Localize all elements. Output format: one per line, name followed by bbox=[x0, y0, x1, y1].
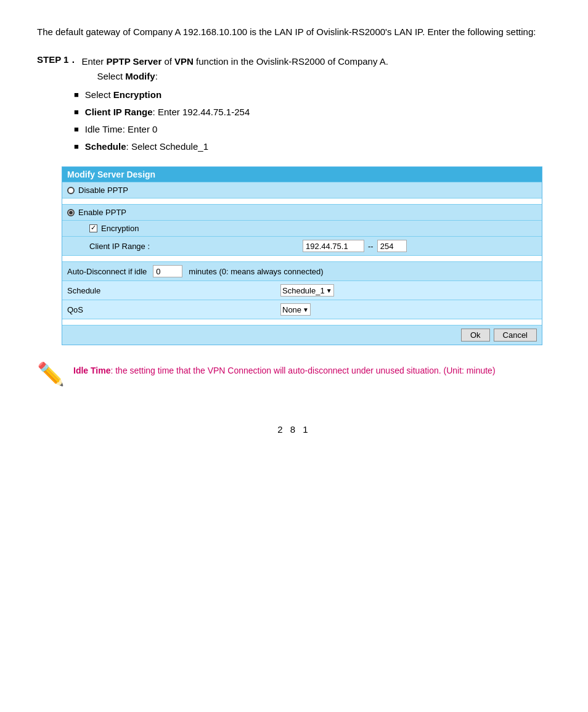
auto-disconnect-suffix: minutes (0: means always connected) bbox=[189, 267, 323, 276]
schedule-label: Schedule bbox=[67, 286, 277, 295]
qos-label: QoS bbox=[67, 305, 277, 314]
qos-value-group: None ▼ bbox=[280, 303, 537, 316]
intro-paragraph: The default gateway of Company A 192.168… bbox=[37, 25, 551, 39]
encryption-row[interactable]: Encryption bbox=[62, 220, 542, 236]
bullet-list: Select Encryption Client IP Range: Enter… bbox=[74, 88, 551, 154]
schedule-select[interactable]: Schedule_1 ▼ bbox=[280, 284, 334, 297]
note-text: Idle Time: the setting time that the VPN… bbox=[73, 364, 496, 377]
client-ip-start-input[interactable] bbox=[303, 240, 364, 252]
enable-pptp-row[interactable]: Enable PPTP bbox=[62, 204, 542, 220]
enable-pptp-label: Enable PPTP bbox=[78, 208, 126, 217]
spacer-row-3 bbox=[62, 319, 542, 325]
list-item: Schedule: Select Schedule_1 bbox=[74, 139, 551, 154]
disable-pptp-radio[interactable] bbox=[67, 187, 75, 194]
qos-select-value: None bbox=[282, 305, 301, 314]
spacer-row-2 bbox=[62, 255, 542, 261]
note-body: : the setting time that the VPN Connecti… bbox=[110, 366, 495, 375]
form-buttons-row: Ok Cancel bbox=[62, 325, 542, 345]
note-section: ✏️ Idle Time: the setting time that the … bbox=[37, 364, 551, 387]
client-ip-end-input[interactable] bbox=[377, 240, 407, 252]
disable-pptp-label: Disable PPTP bbox=[78, 186, 128, 195]
auto-disconnect-row: Auto-Disconnect if idle minutes (0: mean… bbox=[62, 261, 542, 280]
client-ip-label: Client IP Range : bbox=[89, 242, 299, 251]
list-item: Idle Time: Enter 0 bbox=[74, 122, 551, 137]
encryption-label: Encryption bbox=[101, 224, 139, 233]
step1-label: STEP 1． bbox=[37, 54, 78, 66]
schedule-select-value: Schedule_1 bbox=[282, 286, 325, 295]
encryption-checkbox[interactable] bbox=[89, 224, 97, 232]
list-item: Select Encryption bbox=[74, 88, 551, 102]
panel-title: Modify Server Design bbox=[62, 167, 542, 182]
page-number: 2 8 1 bbox=[37, 424, 551, 435]
list-item: Client IP Range: Enter 192.44.75.1-254 bbox=[74, 105, 551, 120]
auto-disconnect-label: Auto-Disconnect if idle bbox=[67, 267, 147, 276]
idle-time-input[interactable] bbox=[153, 265, 182, 277]
step1-section: STEP 1． Enter PPTP Server of VPN functio… bbox=[37, 54, 551, 154]
disable-pptp-row[interactable]: Disable PPTP bbox=[62, 182, 542, 198]
enable-pptp-radio[interactable] bbox=[67, 209, 75, 216]
ok-button[interactable]: Ok bbox=[461, 329, 490, 342]
modify-server-design-panel: Modify Server Design Disable PPTP Enable… bbox=[62, 166, 542, 345]
qos-select[interactable]: None ▼ bbox=[280, 303, 311, 316]
client-ip-row: Client IP Range : -- bbox=[62, 236, 542, 255]
qos-dropdown-arrow[interactable]: ▼ bbox=[303, 306, 309, 313]
client-ip-value-group: -- bbox=[303, 240, 537, 252]
qos-row: QoS None ▼ bbox=[62, 300, 542, 319]
cancel-button[interactable]: Cancel bbox=[494, 329, 537, 342]
spacer-row-1 bbox=[62, 198, 542, 204]
schedule-row: Schedule Schedule_1 ▼ bbox=[62, 280, 542, 300]
schedule-dropdown-arrow[interactable]: ▼ bbox=[326, 287, 332, 294]
ip-range-dash: -- bbox=[368, 242, 374, 251]
note-icon: ✏️ bbox=[37, 361, 65, 387]
note-bold-label: Idle Time bbox=[73, 366, 110, 375]
step1-content: Enter PPTP Server of VPN function in the… bbox=[81, 54, 388, 84]
schedule-value-group: Schedule_1 ▼ bbox=[280, 284, 537, 297]
